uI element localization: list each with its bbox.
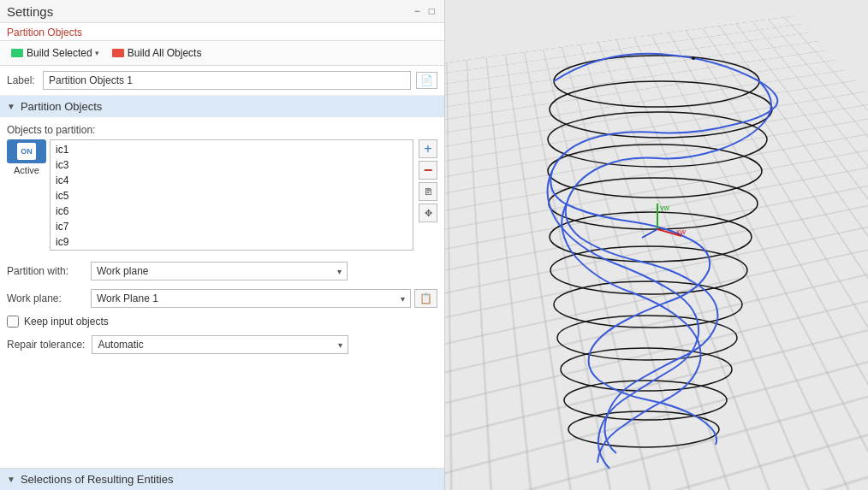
label-field-label: Label:	[7, 74, 38, 86]
objects-listbox-wrap: ic1ic3ic4ic5ic6ic7ic9	[50, 139, 413, 251]
viewport-canvas: yw xw	[445, 0, 868, 490]
partition-with-dropdown-arrow: ▾	[337, 267, 342, 276]
resulting-entities-header[interactable]: ▼ Selections of Resulting Entities	[0, 469, 444, 490]
build-selected-label: Build Selected	[27, 47, 92, 59]
repair-tolerance-row: Repair tolerance: Automatic ▾	[0, 331, 444, 358]
partition-with-value: Work plane	[97, 265, 148, 277]
keep-input-label[interactable]: Keep input objects	[24, 316, 109, 328]
svg-point-7	[554, 281, 742, 328]
active-toggle-inner: ON	[17, 143, 36, 160]
section-collapse-icon: ▼	[7, 102, 15, 111]
panel-title: Settings	[7, 4, 53, 19]
list-item[interactable]: ic5	[51, 188, 413, 204]
objects-to-partition-label: Objects to partition:	[7, 124, 437, 136]
build-all-icon	[111, 46, 125, 60]
build-selected-dropdown-arrow: ▾	[95, 49, 99, 57]
list-item[interactable]: ic9	[51, 234, 413, 250]
toolbar: Build Selected ▾ Build All Objects	[0, 41, 444, 66]
resulting-entities-collapse-icon: ▼	[7, 475, 15, 484]
repair-tolerance-dropdown-arrow: ▾	[338, 340, 342, 350]
svg-point-4	[549, 178, 758, 229]
partition-objects-section-body: Objects to partition: ON Active ic1ic3ic…	[0, 117, 444, 257]
resulting-entities-title: Selections of Resulting Entities	[21, 473, 173, 486]
objects-area: ON Active ic1ic3ic4ic5ic6ic7ic9 + − 🖹 ✥	[7, 139, 437, 251]
keep-input-row: Keep input objects	[0, 312, 444, 331]
active-toggle-col: ON Active	[7, 139, 46, 175]
breadcrumb-link[interactable]: Partition Objects	[7, 27, 82, 38]
workplane-dropdown[interactable]: Work Plane 1 ▾	[91, 289, 411, 308]
svg-text:yw: yw	[660, 204, 670, 212]
svg-line-16	[642, 229, 657, 238]
keep-input-checkbox[interactable]	[7, 316, 19, 328]
breadcrumb-area: Partition Objects	[0, 23, 444, 41]
svg-point-8	[557, 316, 737, 360]
partition-objects-section-title: Partition Objects	[21, 100, 102, 113]
label-doc-button[interactable]: 📄	[416, 72, 437, 89]
viewport-panel[interactable]: yw xw	[445, 0, 868, 490]
list-item[interactable]: ic6	[51, 204, 413, 219]
svg-point-17	[692, 56, 695, 60]
build-all-label: Build All Objects	[128, 47, 202, 59]
partition-objects-section-header[interactable]: ▼ Partition Objects	[0, 96, 444, 117]
maximize-button[interactable]: □	[426, 3, 437, 19]
build-selected-icon	[10, 46, 24, 60]
workplane-label: Work plane:	[7, 292, 84, 304]
list-item[interactable]: ic7	[51, 219, 413, 234]
minimize-button[interactable]: −	[412, 3, 423, 19]
repair-tolerance-value: Automatic	[98, 339, 143, 351]
workplane-dropdown-arrow: ▾	[401, 294, 405, 304]
repair-tolerance-dropdown[interactable]: Automatic ▾	[92, 335, 348, 354]
workplane-select-wrap: Work Plane 1 ▾ 📋	[91, 289, 437, 308]
workplane-value: Work Plane 1	[97, 292, 158, 304]
viewport-svg: yw xw	[445, 0, 868, 490]
list-item[interactable]: ic4	[51, 173, 413, 188]
panel-header-icons: − □	[412, 3, 437, 19]
partition-with-row: Partition with: Work plane ▾	[0, 257, 444, 285]
partition-with-dropdown[interactable]: Work plane ▾	[91, 262, 348, 280]
settings-panel: Settings − □ Partition Objects Build Sel…	[0, 0, 445, 490]
svg-point-1	[550, 81, 772, 138]
repair-tolerance-label: Repair tolerance:	[7, 339, 85, 351]
partition-with-label: Partition with:	[7, 265, 84, 277]
active-label: Active	[14, 165, 39, 175]
objects-listbox[interactable]: ic1ic3ic4ic5ic6ic7ic9	[50, 139, 413, 251]
list-item[interactable]: ic1	[51, 142, 413, 157]
panel-header: Settings − □	[0, 0, 444, 23]
active-toggle[interactable]: ON	[7, 139, 46, 163]
svg-text:xw: xw	[676, 227, 687, 236]
label-row: Label: 📄	[0, 66, 444, 96]
workplane-row: Work plane: Work Plane 1 ▾ 📋	[0, 285, 444, 312]
workplane-doc-button[interactable]: 📋	[414, 289, 437, 308]
filter-object-button[interactable]: 🖹	[419, 182, 437, 201]
build-all-button[interactable]: Build All Objects	[108, 44, 205, 62]
add-object-button[interactable]: +	[419, 139, 437, 158]
svg-point-6	[550, 246, 747, 294]
list-action-buttons: + − 🖹 ✥	[419, 139, 437, 222]
remove-object-button[interactable]: −	[419, 161, 437, 180]
build-selected-button[interactable]: Build Selected ▾	[7, 44, 103, 62]
label-input[interactable]	[43, 71, 411, 90]
list-item[interactable]: ic3	[51, 157, 413, 173]
move-object-button[interactable]: ✥	[419, 204, 437, 222]
svg-point-3	[548, 145, 762, 198]
resulting-entities-section: ▼ Selections of Resulting Entities	[0, 468, 444, 490]
